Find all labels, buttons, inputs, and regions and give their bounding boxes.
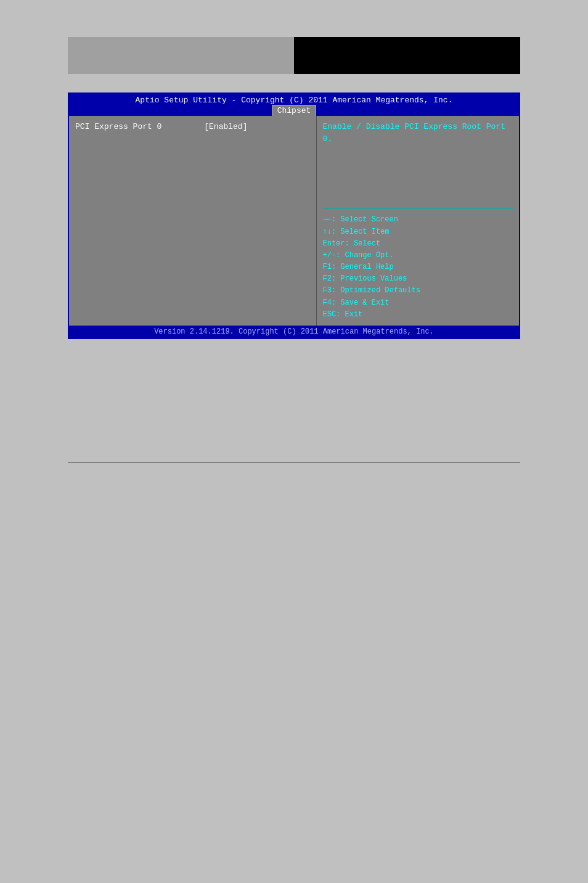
- bios-content: PCI Express Port 0 [Enabled] Enable / Di…: [69, 116, 519, 326]
- setting-name-pci-express: PCI Express Port 0: [75, 122, 204, 131]
- shortcut-enter-select: Enter: Select: [323, 238, 513, 250]
- bios-tab-row: Chipset: [69, 105, 519, 116]
- bios-settings-panel: PCI Express Port 0 [Enabled]: [69, 116, 317, 326]
- shortcut-esc-exit: ESC: Exit: [323, 309, 513, 321]
- bios-divider: [323, 208, 513, 209]
- shortcut-select-item: ↑↓: Select Item: [323, 226, 513, 238]
- shortcut-change-opt: +/-: Change Opt.: [323, 250, 513, 261]
- bios-footer: Version 2.14.1219. Copyright (C) 2011 Am…: [69, 326, 519, 338]
- shortcut-f1-help: F1: General Help: [323, 261, 513, 273]
- top-banner: [68, 37, 520, 74]
- shortcut-f2-prev: F2: Previous Values: [323, 273, 513, 285]
- setting-value-pci-express: [Enabled]: [204, 122, 247, 131]
- shortcut-f4-save: F4: Save & Exit: [323, 297, 513, 309]
- bottom-divider: [68, 462, 520, 463]
- shortcut-select-screen: →←: Select Screen: [323, 214, 513, 226]
- bios-tab-chipset[interactable]: Chipset: [272, 105, 317, 116]
- bios-header: Aptio Setup Utility - Copyright (C) 2011…: [69, 94, 519, 116]
- bios-container: Aptio Setup Utility - Copyright (C) 2011…: [68, 92, 520, 339]
- bios-help-panel: Enable / Disable PCI Express Root Port 0…: [317, 116, 520, 326]
- banner-left: [68, 37, 294, 74]
- bios-header-title: Aptio Setup Utility - Copyright (C) 2011…: [69, 96, 519, 105]
- table-row[interactable]: PCI Express Port 0 [Enabled]: [75, 121, 310, 133]
- banner-right: [294, 37, 520, 74]
- bios-description-text: Enable / Disable PCI Express Root Port 0…: [323, 121, 513, 203]
- bios-shortcuts: →←: Select Screen ↑↓: Select Item Enter:…: [323, 214, 513, 321]
- shortcut-f3-defaults: F3: Optimized Defaults: [323, 285, 513, 297]
